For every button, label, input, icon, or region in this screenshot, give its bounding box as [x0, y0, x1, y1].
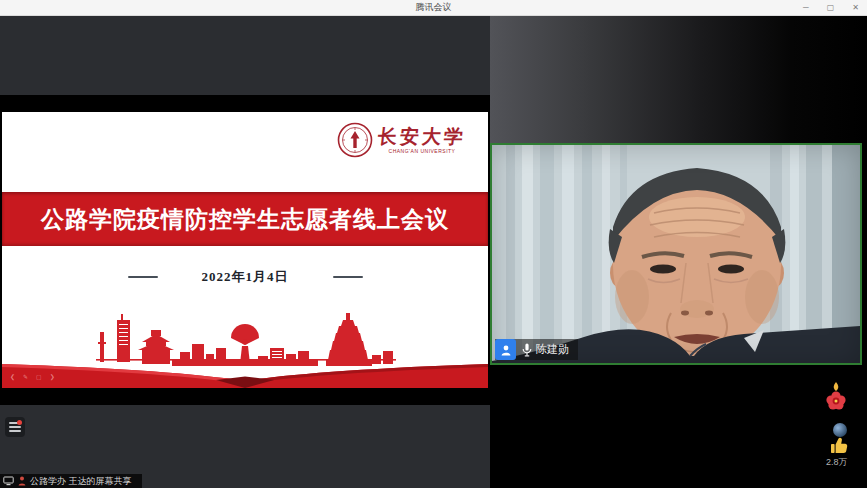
sidebar-toggle-button[interactable] [5, 417, 25, 437]
minimize-button[interactable]: ─ [803, 4, 809, 12]
prev-slide-icon: ❮ [10, 374, 15, 380]
presentation-slide: 长安大学 CHANG'AN UNIVERSITY 公路学院疫情防控学生志愿者线上… [2, 112, 488, 388]
monitor-icon [3, 476, 14, 486]
logo-english-name: CHANG'AN UNIVERSITY [389, 148, 456, 154]
slide-date-row: 2022年1月4日 [2, 268, 488, 286]
date-divider-right [333, 276, 363, 278]
maximize-button[interactable]: ▢ [827, 4, 835, 12]
thumbs-up-icon [830, 436, 849, 458]
reaction-avatar-bubble [833, 423, 847, 437]
share-letterbox: 长安大学 CHANG'AN UNIVERSITY 公路学院疫情防控学生志愿者线上… [0, 95, 490, 405]
meeting-main-area: 长安大学 CHANG'AN UNIVERSITY 公路学院疫情防控学生志愿者线上… [0, 16, 867, 488]
university-emblem-icon [337, 122, 373, 158]
presenter-toolbar: ❮ ✎ ▢ ❯ [10, 374, 55, 380]
like-count: 2.8万 [826, 456, 848, 469]
screen-share-pane: 长安大学 CHANG'AN UNIVERSITY 公路学院疫情防控学生志愿者线上… [0, 16, 490, 488]
speaker-portrait [492, 145, 860, 363]
presenter-person-icon [18, 476, 26, 486]
flower-reaction-icon [825, 382, 847, 416]
pane-background-gradient [490, 16, 867, 145]
date-divider-left [128, 276, 158, 278]
microphone-icon [522, 343, 532, 357]
avatar-icon [495, 339, 516, 360]
next-slide-icon: ❯ [50, 374, 55, 380]
speaker-video-tile[interactable]: 陈建勋 [490, 143, 862, 365]
speaker-name: 陈建勋 [536, 342, 569, 357]
logo-text-block: 长安大学 CHANG'AN UNIVERSITY [378, 127, 466, 154]
logo-chinese-name: 长安大学 [377, 127, 467, 146]
menu-line [9, 426, 21, 428]
changan-university-logo: 长安大学 CHANG'AN UNIVERSITY [337, 122, 466, 158]
pen-icon: ✎ [23, 374, 28, 380]
tencent-meeting-window: 腾讯会议 ─ ▢ ✕ [0, 0, 867, 488]
menu-line [9, 430, 21, 432]
window-controls: ─ ▢ ✕ [803, 0, 859, 15]
notification-dot [17, 420, 22, 425]
speaker-name-badge: 陈建勋 [495, 339, 578, 360]
shapes-icon: ▢ [36, 374, 42, 380]
close-button[interactable]: ✕ [852, 4, 859, 12]
window-title: 腾讯会议 [416, 1, 452, 14]
slide-date: 2022年1月4日 [202, 268, 289, 286]
slide-title: 公路学院疫情防控学生志愿者线上会议 [41, 204, 449, 235]
video-pane: 陈建勋 [490, 16, 867, 488]
titlebar[interactable]: 腾讯会议 ─ ▢ ✕ [0, 0, 867, 16]
share-status-bar: 公路学办 王达的屏幕共享 [0, 474, 142, 488]
share-status-text: 公路学办 王达的屏幕共享 [30, 475, 132, 488]
ribbon-graphic [2, 354, 488, 388]
slide-title-banner: 公路学院疫情防控学生志愿者线上会议 [2, 192, 488, 246]
